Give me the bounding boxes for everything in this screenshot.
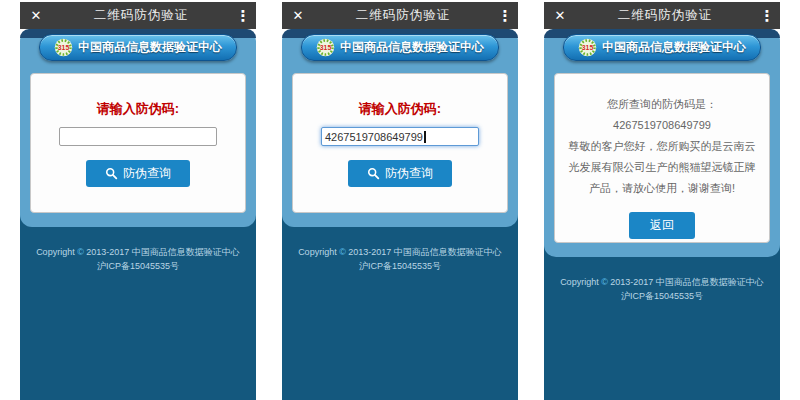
315-logo-icon: 315 bbox=[578, 38, 597, 57]
phone-panel-filled-form: ✕ 二维码防伪验证 ⋮ 315 中国商品信息数据验证中心 请输入防伪码: 426… bbox=[282, 2, 518, 400]
webpage: 315 中国商品信息数据验证中心 请输入防伪码: 防伪查询 bbox=[20, 29, 256, 400]
verification-widget: 315 中国商品信息数据验证中心 请输入防伪码: 426751970864979… bbox=[282, 29, 518, 227]
site-banner: 315 中国商品信息数据验证中心 bbox=[301, 34, 499, 61]
copyright-symbol-icon: © bbox=[601, 277, 608, 287]
more-menu-icon[interactable]: ⋮ bbox=[754, 7, 780, 25]
site-banner: 315 中国商品信息数据验证中心 bbox=[563, 34, 761, 61]
315-logo-icon: 315 bbox=[316, 38, 335, 57]
webpage: 315 中国商品信息数据验证中心 您所查询的防伪码是： 426751970864… bbox=[544, 29, 780, 400]
verification-widget: 315 中国商品信息数据验证中心 请输入防伪码: 防伪查询 bbox=[20, 29, 256, 227]
315-logo-text: 315 bbox=[320, 44, 332, 51]
copyright-owner: 2013-2017 中国商品信息数据验证中心 bbox=[348, 247, 502, 257]
verification-result-text: 您所查询的防伪码是： 4267519708649799 尊敬的客户您好，您所购买… bbox=[555, 94, 769, 199]
back-button[interactable]: 返回 bbox=[629, 212, 695, 239]
close-icon[interactable]: ✕ bbox=[282, 8, 314, 23]
code-input[interactable]: 4267519708649799 bbox=[321, 127, 479, 146]
query-button-label: 防伪查询 bbox=[123, 165, 171, 182]
query-button[interactable]: 防伪查询 bbox=[348, 160, 452, 187]
code-input-value: 4267519708649799 bbox=[325, 131, 423, 143]
query-card: 请输入防伪码: 防伪查询 bbox=[30, 73, 246, 213]
query-card: 请输入防伪码: 4267519708649799 防伪查询 bbox=[292, 73, 508, 213]
copyright-prefix: Copyright bbox=[298, 247, 337, 257]
315-logo-text: 315 bbox=[58, 44, 70, 51]
verification-widget: 315 中国商品信息数据验证中心 您所查询的防伪码是： 426751970864… bbox=[544, 29, 780, 257]
icp-number: 沪ICP备15045535号 bbox=[97, 261, 179, 271]
315-logo-icon: 315 bbox=[54, 38, 73, 57]
icp-number: 沪ICP备15045535号 bbox=[359, 261, 441, 271]
result-body: 尊敬的客户您好，您所购买的是云南云光发展有限公司生产的熊猫望远镜正牌产品，请放心… bbox=[569, 140, 756, 194]
page-title: 二维码防伪验证 bbox=[576, 7, 754, 24]
footer-band: Copyright © 2013-2017 中国商品信息数据验证中心 沪ICP备… bbox=[282, 213, 518, 400]
footer-band: Copyright © 2013-2017 中国商品信息数据验证中心 沪ICP备… bbox=[20, 213, 256, 400]
page-title: 二维码防伪验证 bbox=[52, 7, 230, 24]
close-icon[interactable]: ✕ bbox=[20, 8, 52, 23]
copyright-text: Copyright © 2013-2017 中国商品信息数据验证中心 沪ICP备… bbox=[20, 245, 256, 273]
browser-titlebar: ✕ 二维码防伪验证 ⋮ bbox=[282, 2, 518, 29]
browser-titlebar: ✕ 二维码防伪验证 ⋮ bbox=[544, 2, 780, 29]
copyright-owner: 2013-2017 中国商品信息数据验证中心 bbox=[610, 277, 764, 287]
query-button-label: 防伪查询 bbox=[385, 165, 433, 182]
site-banner: 315 中国商品信息数据验证中心 bbox=[39, 34, 237, 61]
copyright-owner: 2013-2017 中国商品信息数据验证中心 bbox=[86, 247, 240, 257]
copyright-prefix: Copyright bbox=[560, 277, 599, 287]
315-logo-text: 315 bbox=[582, 44, 594, 51]
page-title: 二维码防伪验证 bbox=[314, 7, 492, 24]
webpage: 315 中国商品信息数据验证中心 请输入防伪码: 426751970864979… bbox=[282, 29, 518, 400]
code-prompt-label: 请输入防伪码: bbox=[97, 100, 179, 118]
site-banner-title: 中国商品信息数据验证中心 bbox=[602, 39, 746, 56]
search-icon bbox=[105, 167, 118, 180]
copyright-symbol-icon: © bbox=[339, 247, 346, 257]
browser-titlebar: ✕ 二维码防伪验证 ⋮ bbox=[20, 2, 256, 29]
code-prompt-label: 请输入防伪码: bbox=[359, 100, 441, 118]
close-icon[interactable]: ✕ bbox=[544, 8, 576, 23]
site-banner-title: 中国商品信息数据验证中心 bbox=[78, 39, 222, 56]
icp-number: 沪ICP备15045535号 bbox=[621, 291, 703, 301]
copyright-text: Copyright © 2013-2017 中国商品信息数据验证中心 沪ICP备… bbox=[282, 245, 518, 273]
screenshot-strip: ✕ 二维码防伪验证 ⋮ 315 中国商品信息数据验证中心 请输入防伪码: bbox=[0, 0, 800, 400]
more-menu-icon[interactable]: ⋮ bbox=[492, 7, 518, 25]
query-button[interactable]: 防伪查询 bbox=[86, 160, 190, 187]
site-banner-title: 中国商品信息数据验证中心 bbox=[340, 39, 484, 56]
copyright-symbol-icon: © bbox=[77, 247, 84, 257]
result-card: 您所查询的防伪码是： 4267519708649799 尊敬的客户您好，您所购买… bbox=[554, 73, 770, 243]
back-button-label: 返回 bbox=[650, 217, 674, 234]
text-caret bbox=[424, 131, 426, 143]
footer-band: Copyright © 2013-2017 中国商品信息数据验证中心 沪ICP备… bbox=[544, 243, 780, 400]
more-menu-icon[interactable]: ⋮ bbox=[230, 7, 256, 25]
code-input[interactable] bbox=[59, 127, 217, 146]
phone-panel-result: ✕ 二维码防伪验证 ⋮ 315 中国商品信息数据验证中心 您所查询的防伪码是： … bbox=[544, 2, 780, 400]
phone-panel-empty-form: ✕ 二维码防伪验证 ⋮ 315 中国商品信息数据验证中心 请输入防伪码: bbox=[20, 2, 256, 400]
search-icon bbox=[367, 167, 380, 180]
copyright-text: Copyright © 2013-2017 中国商品信息数据验证中心 沪ICP备… bbox=[544, 275, 780, 303]
copyright-prefix: Copyright bbox=[36, 247, 75, 257]
result-code-line: 您所查询的防伪码是： 4267519708649799 bbox=[568, 94, 756, 136]
